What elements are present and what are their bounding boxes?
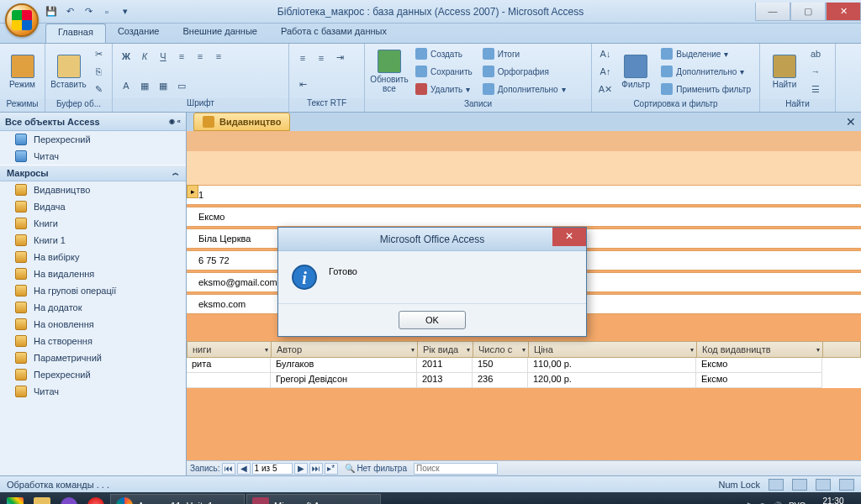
- delete-button[interactable]: Удалить ▾: [412, 81, 476, 97]
- column-header[interactable]: ниги▾: [188, 342, 272, 357]
- table-row[interactable]: ритаБулгаков2011150110,00 р.Ексмо: [187, 358, 861, 373]
- sort-desc-icon[interactable]: A↑: [597, 63, 614, 80]
- cut-icon[interactable]: ✂: [90, 45, 107, 62]
- column-header[interactable]: Код видавництв▾: [697, 342, 823, 357]
- tab-home[interactable]: Главная: [45, 24, 106, 43]
- nav-macro-item[interactable]: Перехресний: [0, 366, 186, 383]
- fill-color-icon[interactable]: ▦: [136, 77, 153, 94]
- sort-asc-icon[interactable]: A↓: [597, 45, 614, 62]
- selection-button[interactable]: Выделение ▾: [658, 45, 754, 62]
- nav-table-item[interactable]: Читач: [0, 148, 186, 165]
- refresh-button[interactable]: Обновить все: [370, 45, 409, 97]
- tray-volume-icon[interactable]: 🔊: [772, 501, 782, 505]
- taskbar-app-access[interactable]: Microsoft Access ...: [246, 494, 381, 504]
- italic-icon[interactable]: К: [136, 48, 153, 65]
- view-form-button[interactable]: [769, 479, 784, 491]
- nav-macro-item[interactable]: Видавництво: [0, 181, 186, 198]
- nav-macro-item[interactable]: Видача: [0, 198, 186, 215]
- list-icon[interactable]: ≡: [294, 50, 311, 66]
- font-color-icon[interactable]: A: [118, 77, 135, 94]
- prev-record-button[interactable]: ◀: [237, 463, 251, 475]
- next-record-button[interactable]: ▶: [294, 463, 308, 475]
- record-position[interactable]: [252, 463, 293, 475]
- bold-icon[interactable]: Ж: [118, 48, 135, 65]
- totals-button[interactable]: Итоги: [479, 45, 569, 62]
- form-field[interactable]: Ексмо: [187, 207, 861, 227]
- save-icon[interactable]: 💾: [44, 4, 59, 19]
- save-record-button[interactable]: Сохранить: [412, 63, 476, 80]
- office-button[interactable]: [5, 3, 39, 37]
- form-field[interactable]: 1: [187, 185, 861, 205]
- align-right-icon[interactable]: ≡: [210, 48, 227, 65]
- indent-icon[interactable]: ⇥: [331, 50, 348, 66]
- tray-action-icon[interactable]: ⚐: [746, 501, 753, 505]
- nav-macro-item[interactable]: Параметричний: [0, 349, 186, 366]
- underline-icon[interactable]: Ч: [155, 48, 172, 65]
- advanced-button[interactable]: Дополнительно ▾: [658, 63, 754, 80]
- align-center-icon[interactable]: ≡: [192, 48, 209, 65]
- column-header[interactable]: Число с▾: [473, 342, 529, 357]
- redo-icon[interactable]: ↷: [81, 4, 96, 19]
- qat-more-icon[interactable]: ▾: [118, 4, 133, 19]
- align-left-icon[interactable]: ≡: [173, 48, 190, 65]
- column-header[interactable]: Рік вида▾: [418, 342, 473, 357]
- nav-macro-item[interactable]: На оновлення: [0, 316, 186, 333]
- form-tab[interactable]: Видавництво: [193, 113, 290, 131]
- border-icon[interactable]: ▭: [173, 77, 190, 94]
- tray-battery-icon[interactable]: ▮: [760, 501, 765, 505]
- minimize-button[interactable]: —: [755, 3, 790, 21]
- more-button[interactable]: Дополнительно ▾: [479, 81, 569, 97]
- column-header[interactable]: Автор▾: [272, 342, 418, 357]
- copy-icon[interactable]: ⎘: [90, 63, 107, 80]
- close-form-button[interactable]: ✕: [846, 115, 856, 129]
- nav-macro-item[interactable]: Книги: [0, 215, 186, 232]
- clear-sort-icon[interactable]: A✕: [597, 81, 614, 97]
- tab-create[interactable]: Создание: [106, 24, 172, 43]
- first-record-button[interactable]: ⏮: [222, 463, 235, 475]
- tray-lang[interactable]: РУС: [789, 501, 806, 505]
- view-button[interactable]: Режим: [5, 45, 40, 97]
- goto-icon[interactable]: →: [807, 63, 824, 80]
- search-input[interactable]: [414, 463, 498, 475]
- last-record-button[interactable]: ⏭: [309, 463, 323, 475]
- paste-button[interactable]: Вставить: [50, 45, 87, 97]
- view-datasheet-button[interactable]: [792, 479, 807, 491]
- replace-icon[interactable]: ab: [807, 45, 824, 62]
- column-header[interactable]: Ціна▾: [529, 342, 697, 357]
- dialog-close-button[interactable]: ✕: [552, 228, 586, 246]
- table-row[interactable]: Грегорі Девідсон2013236120,00 р.Ексмо: [187, 373, 861, 388]
- start-button[interactable]: [2, 494, 29, 504]
- spelling-button[interactable]: Орфография: [479, 63, 569, 80]
- ok-button[interactable]: OK: [399, 311, 466, 329]
- explorer-icon[interactable]: [29, 494, 55, 504]
- undo-icon[interactable]: ↶: [62, 4, 77, 19]
- outdent-icon[interactable]: ⇤: [294, 76, 311, 92]
- apply-filter-button[interactable]: Применить фильтр: [658, 81, 754, 97]
- select-icon[interactable]: ☰: [807, 81, 824, 97]
- brush-icon[interactable]: ✎: [90, 81, 107, 97]
- nav-macro-item[interactable]: На вибірку: [0, 249, 186, 265]
- numlist-icon[interactable]: ≡: [313, 50, 330, 66]
- taskbar-app-chrome[interactable]: Access-11_Unit_1...: [110, 494, 245, 504]
- nav-macro-item[interactable]: На видалення: [0, 265, 186, 282]
- grid-icon[interactable]: ▦: [155, 77, 172, 94]
- new-record-nav-button[interactable]: ▸*: [325, 463, 338, 475]
- nav-header[interactable]: Все объекты Access◉ «: [0, 113, 186, 131]
- viber-icon[interactable]: [55, 494, 82, 504]
- filter-button[interactable]: Фильтр: [617, 45, 654, 97]
- opera-icon[interactable]: [82, 494, 109, 504]
- nav-macro-item[interactable]: На групові операції: [0, 282, 186, 299]
- new-record-button[interactable]: Создать: [412, 45, 476, 62]
- record-selector[interactable]: ▸: [187, 185, 198, 198]
- nav-macro-item[interactable]: На додаток: [0, 299, 186, 316]
- find-button[interactable]: Найти: [765, 45, 804, 97]
- nav-macro-item[interactable]: Книги 1: [0, 232, 186, 249]
- nav-macro-item[interactable]: Читач: [0, 383, 186, 400]
- nav-macro-item[interactable]: На створення: [0, 333, 186, 349]
- tray-clock[interactable]: 21:3027.11.2018: [812, 496, 854, 504]
- close-button[interactable]: ✕: [826, 3, 861, 21]
- qat-icon[interactable]: ▫: [99, 4, 114, 19]
- tray-up-icon[interactable]: ▴: [735, 501, 739, 505]
- view-design-button[interactable]: [839, 479, 854, 491]
- tab-dbtools[interactable]: Работа с базами данных: [269, 24, 399, 43]
